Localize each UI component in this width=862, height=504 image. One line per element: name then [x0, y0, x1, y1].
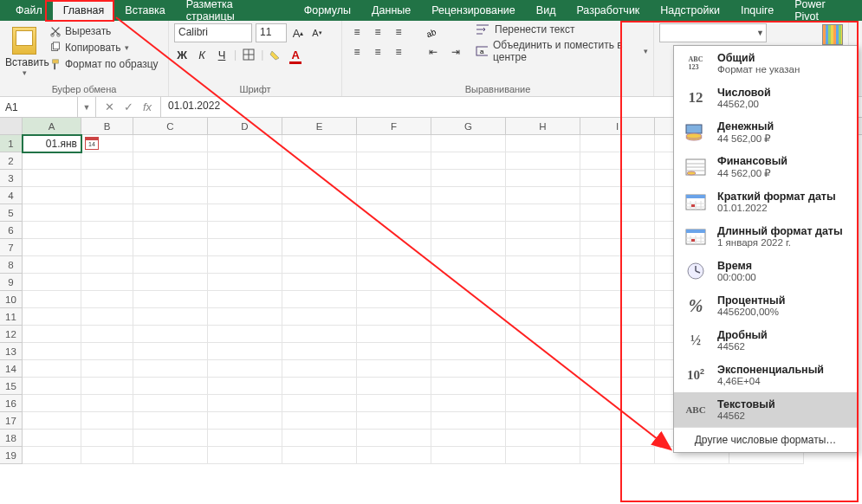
cell-A11[interactable]	[23, 308, 81, 326]
cell-H19[interactable]	[506, 447, 580, 464]
cell-E11[interactable]	[282, 308, 357, 326]
cell-B11[interactable]	[81, 308, 133, 326]
cell-E13[interactable]	[282, 343, 357, 360]
row-header-10[interactable]: 10	[0, 291, 23, 308]
cell-F17[interactable]	[357, 412, 431, 430]
col-header-F[interactable]: F	[357, 118, 431, 134]
decrease-font-button[interactable]: A▾	[309, 24, 325, 42]
cell-E7[interactable]	[282, 239, 357, 256]
cell-C17[interactable]	[133, 412, 208, 430]
cell-B7[interactable]	[81, 239, 133, 256]
cell-E19[interactable]	[282, 447, 357, 464]
cell-A13[interactable]	[23, 343, 81, 360]
cell-F15[interactable]	[357, 378, 431, 395]
cell-E4[interactable]	[282, 187, 357, 204]
cell-I15[interactable]	[580, 378, 655, 395]
row-header-13[interactable]: 13	[0, 343, 23, 360]
cell-A7[interactable]	[23, 239, 81, 256]
cell-E2[interactable]	[282, 152, 357, 170]
format-option-abc123[interactable]: ABC123ОбщийФормат не указан	[674, 46, 857, 81]
cell-G14[interactable]	[431, 360, 506, 378]
cell-F12[interactable]	[357, 326, 431, 343]
cell-H8[interactable]	[506, 256, 580, 274]
tab-надстройки[interactable]: Надстройки	[650, 1, 730, 20]
cell-D2[interactable]	[208, 152, 282, 170]
row-header-17[interactable]: 17	[0, 412, 23, 430]
cell-A4[interactable]	[23, 187, 81, 204]
cell-I10[interactable]	[580, 291, 655, 308]
cell-F8[interactable]	[357, 256, 431, 274]
row-header-7[interactable]: 7	[0, 239, 23, 256]
cell-G12[interactable]	[431, 326, 506, 343]
cell-C14[interactable]	[133, 360, 208, 378]
cell-E14[interactable]	[282, 360, 357, 378]
cell-A9[interactable]	[23, 274, 81, 291]
cell-B12[interactable]	[81, 326, 133, 343]
cell-A17[interactable]	[23, 412, 81, 430]
cell-I3[interactable]	[580, 170, 655, 187]
tab-вставка[interactable]: Вставка	[114, 1, 175, 20]
tab-файл[interactable]: Файл	[5, 1, 53, 20]
cell-D1[interactable]	[208, 135, 282, 152]
cell-I8[interactable]	[580, 256, 655, 274]
cell-D7[interactable]	[208, 239, 282, 256]
row-header-15[interactable]: 15	[0, 378, 23, 395]
cell-H6[interactable]	[506, 222, 580, 239]
namebox-chevron-icon[interactable]: ▼	[78, 103, 95, 112]
wrap-text-button[interactable]: Перенести текст	[476, 23, 648, 36]
more-number-formats[interactable]: Другие числовые форматы…	[674, 427, 857, 452]
cell-G18[interactable]	[431, 430, 506, 447]
cell-F5[interactable]	[357, 204, 431, 222]
cell-I1[interactable]	[580, 135, 655, 152]
increase-font-button[interactable]: A▴	[290, 24, 306, 42]
cell-E1[interactable]	[282, 135, 357, 152]
align-left-button[interactable]: ≡	[347, 43, 366, 61]
cell-F7[interactable]	[357, 239, 431, 256]
cell-E17[interactable]	[282, 412, 357, 430]
row-header-1[interactable]: 1	[0, 135, 23, 152]
cell-I9[interactable]	[580, 274, 655, 291]
row-header-18[interactable]: 18	[0, 430, 23, 447]
format-option-abc[interactable]: ABCТекстовый44562	[674, 392, 857, 427]
cell-E5[interactable]	[282, 204, 357, 222]
col-header-C[interactable]: C	[133, 118, 208, 134]
cell-G9[interactable]	[431, 274, 506, 291]
cell-I12[interactable]	[580, 326, 655, 343]
align-bottom-button[interactable]: ≡	[389, 23, 408, 41]
italic-button[interactable]: К	[194, 46, 210, 63]
format-option-clock[interactable]: Время00:00:00	[674, 254, 857, 288]
cell-B8[interactable]	[81, 256, 133, 274]
cell-E8[interactable]	[282, 256, 357, 274]
cell-D12[interactable]	[208, 326, 282, 343]
cell-A8[interactable]	[23, 256, 81, 274]
font-name-combo[interactable]: Calibri	[174, 23, 252, 42]
cell-H11[interactable]	[506, 308, 580, 326]
cell-A5[interactable]	[23, 204, 81, 222]
cell-F18[interactable]	[357, 430, 431, 447]
col-header-H[interactable]: H	[506, 118, 580, 134]
decrease-indent-button[interactable]: ⇤	[424, 43, 443, 61]
cell-D4[interactable]	[208, 187, 282, 204]
cell-C12[interactable]	[133, 326, 208, 343]
cell-D10[interactable]	[208, 291, 282, 308]
cell-H18[interactable]	[506, 430, 580, 447]
tab-рецензирование[interactable]: Рецензирование	[421, 1, 526, 20]
cell-H2[interactable]	[506, 152, 580, 170]
cell-F9[interactable]	[357, 274, 431, 291]
format-option-cal-long[interactable]: Длинный формат даты1 января 2022 г.	[674, 219, 857, 254]
row-header-9[interactable]: 9	[0, 274, 23, 291]
cell-D8[interactable]	[208, 256, 282, 274]
cell-F6[interactable]	[357, 222, 431, 239]
cell-C16[interactable]	[133, 395, 208, 412]
cell-G10[interactable]	[431, 291, 506, 308]
cell-G5[interactable]	[431, 204, 506, 222]
row-header-4[interactable]: 4	[0, 187, 23, 204]
align-right-button[interactable]: ≡	[389, 43, 408, 61]
cell-G2[interactable]	[431, 152, 506, 170]
cell-B5[interactable]	[81, 204, 133, 222]
cell-E12[interactable]	[282, 326, 357, 343]
cell-E18[interactable]	[282, 430, 357, 447]
cell-G6[interactable]	[431, 222, 506, 239]
format-option-twelve[interactable]: 12Числовой44562,00	[674, 81, 857, 115]
cell-C2[interactable]	[133, 152, 208, 170]
